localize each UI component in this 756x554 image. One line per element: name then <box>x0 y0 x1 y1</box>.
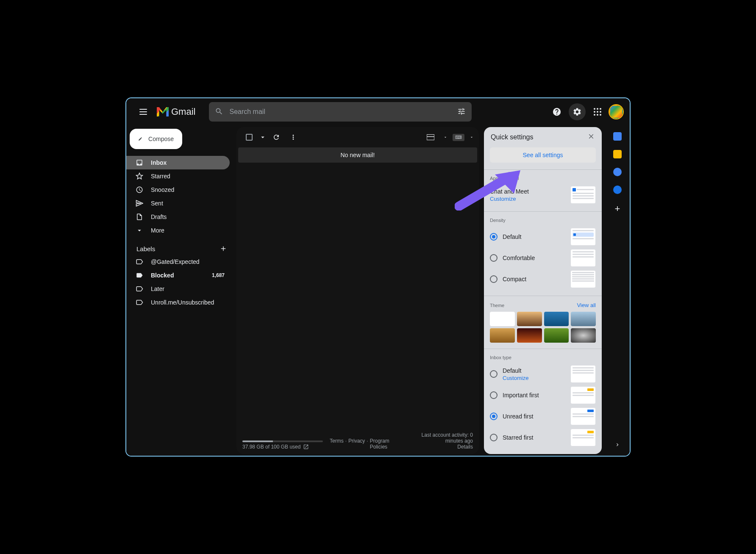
mail-footer: 37.98 GB of 100 GB used Terms · Privacy … <box>236 428 479 454</box>
theme-thumb[interactable] <box>544 328 569 343</box>
label-unroll[interactable]: Unroll.me/Unsubscribed <box>126 296 230 309</box>
split-icon <box>427 134 434 140</box>
label-count: 1,687 <box>212 272 225 278</box>
label-blocked[interactable]: Blocked 1,687 <box>126 269 230 282</box>
see-all-settings-button[interactable]: See all settings <box>490 147 596 163</box>
open-in-new-icon[interactable] <box>303 444 309 450</box>
storage-bar <box>242 440 323 442</box>
sidebar-item-inbox[interactable]: Inbox <box>126 156 230 169</box>
more-vert-icon <box>289 133 297 141</box>
sidebar-item-sent[interactable]: Sent <box>126 197 230 210</box>
label-text: Blocked <box>151 272 174 279</box>
select-dropdown[interactable] <box>258 130 267 145</box>
label-later[interactable]: Later <box>126 282 230 296</box>
account-avatar[interactable] <box>609 105 623 119</box>
input-tools-button[interactable]: ⌨ <box>453 134 464 141</box>
more-button[interactable] <box>286 130 301 145</box>
chevron-right-icon <box>614 442 620 448</box>
theme-thumb[interactable] <box>571 312 596 326</box>
inbox-preview <box>570 407 596 425</box>
label-gated[interactable]: @Gated/Expected <box>126 255 230 269</box>
density-section-title: Density <box>490 218 596 223</box>
theme-thumb[interactable] <box>517 312 542 326</box>
privacy-link[interactable]: Privacy <box>348 438 365 450</box>
pencil-icon <box>138 135 142 143</box>
theme-thumb[interactable] <box>490 328 515 343</box>
keep-addon[interactable] <box>613 150 622 158</box>
chat-preview <box>570 186 596 204</box>
inbox-preview <box>570 365 596 383</box>
terms-link[interactable]: Terms <box>330 438 344 450</box>
nav-label: Inbox <box>151 159 167 166</box>
theme-grid <box>490 312 596 343</box>
star-icon <box>136 172 143 180</box>
hide-side-panel[interactable] <box>614 442 620 449</box>
view-all-themes-link[interactable]: View all <box>577 302 596 308</box>
sidebar-item-starred[interactable]: Starred <box>126 169 230 183</box>
search-bar[interactable] <box>209 102 472 122</box>
refresh-button[interactable] <box>269 130 284 145</box>
density-label: Compact <box>503 276 526 283</box>
clock-icon <box>136 186 143 194</box>
density-preview <box>570 228 596 246</box>
density-comfortable[interactable]: Comfortable <box>490 247 596 269</box>
inbox-starred[interactable]: Starred first <box>490 427 596 448</box>
customize-link[interactable]: Customize <box>503 375 528 381</box>
add-label-button[interactable] <box>220 245 227 252</box>
caret-down-icon[interactable] <box>443 135 447 139</box>
sidebar: Compose Inbox Starred Snoozed Sent Draft… <box>126 125 235 456</box>
sidebar-item-more[interactable]: More <box>126 224 230 237</box>
nav-label: Drafts <box>151 213 167 220</box>
gmail-logo[interactable]: Gmail <box>157 106 195 117</box>
program-link[interactable]: Program Policies <box>370 438 397 450</box>
sidebar-item-snoozed[interactable]: Snoozed <box>126 183 230 197</box>
inbox-default[interactable]: DefaultCustomize <box>490 363 596 385</box>
radio-icon <box>490 275 498 283</box>
details-link[interactable]: Details <box>457 444 473 450</box>
theme-thumb[interactable] <box>571 328 596 343</box>
empty-inbox-message: No new mail! <box>238 147 477 163</box>
label-icon <box>136 271 143 279</box>
density-compact[interactable]: Compact <box>490 269 596 290</box>
split-pane-toggle[interactable] <box>423 130 438 145</box>
chat-meet-row[interactable]: Chat and Meet Customize <box>490 184 596 205</box>
nav-label: More <box>151 227 164 234</box>
inbox-label: Unread first <box>503 413 533 420</box>
checkbox-icon <box>246 134 253 141</box>
theme-thumb[interactable] <box>517 328 542 343</box>
radio-icon <box>490 370 498 378</box>
density-label: Default <box>503 233 521 240</box>
sidebar-item-drafts[interactable]: Drafts <box>126 210 230 224</box>
inbox-preview <box>570 386 596 404</box>
radio-icon <box>490 413 498 420</box>
inbox-label: Important first <box>503 392 539 399</box>
support-button[interactable] <box>548 103 565 120</box>
quick-settings-title: Quick settings <box>491 133 533 141</box>
settings-button[interactable] <box>569 103 586 120</box>
app-name: Gmail <box>171 106 195 117</box>
compose-button[interactable]: Compose <box>130 129 182 149</box>
theme-thumb[interactable] <box>490 312 515 326</box>
close-button[interactable] <box>587 133 595 142</box>
select-all-checkbox[interactable] <box>242 130 257 145</box>
tasks-addon[interactable] <box>613 168 622 176</box>
get-addons-button[interactable]: + <box>615 203 620 214</box>
chat-meet-label: Chat and Meet <box>490 188 529 195</box>
chevron-down-icon <box>136 227 143 234</box>
density-default[interactable]: Default <box>490 226 596 247</box>
inbox-unread[interactable]: Unread first <box>490 406 596 427</box>
theme-thumb[interactable] <box>544 312 569 326</box>
inbox-important[interactable]: Important first <box>490 385 596 406</box>
search-options-icon[interactable] <box>457 107 466 117</box>
search-input[interactable] <box>229 108 451 116</box>
radio-icon <box>490 233 498 241</box>
gear-icon <box>573 107 582 116</box>
calendar-addon[interactable] <box>613 132 622 141</box>
main-menu-button[interactable] <box>133 102 153 122</box>
radio-icon <box>490 254 498 262</box>
caret-down-icon[interactable] <box>470 135 474 139</box>
inbox-type-title: Inbox type <box>490 355 596 360</box>
google-apps-button[interactable] <box>589 103 606 120</box>
customize-link[interactable]: Customize <box>490 196 529 202</box>
contacts-addon[interactable] <box>613 186 622 194</box>
